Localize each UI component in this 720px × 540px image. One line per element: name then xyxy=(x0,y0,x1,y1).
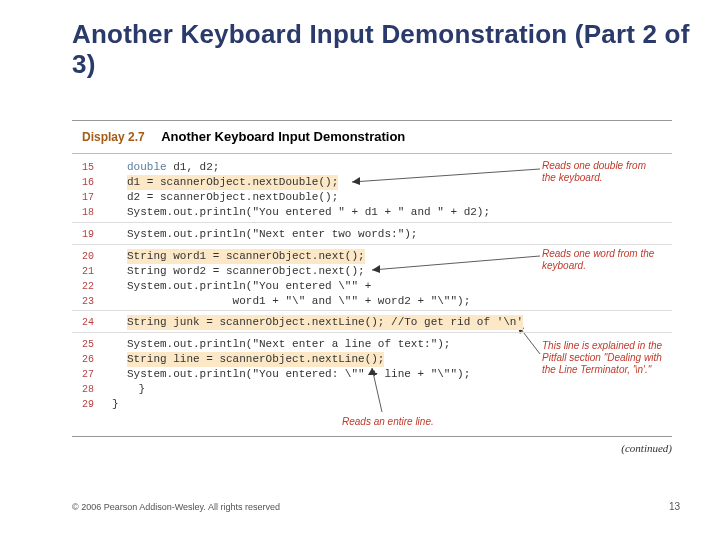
continued-label: (continued) xyxy=(621,442,672,454)
copyright-footer: © 2006 Pearson Addison-Wesley. All right… xyxy=(72,502,280,512)
code-line: String word1 = scannerObject.next(); xyxy=(127,249,365,264)
code-line: System.out.println("You entered: \"" + l… xyxy=(127,367,470,382)
display-title: Another Keyboard Input Demonstration xyxy=(161,129,405,144)
code-line: System.out.println("You entered \"" + xyxy=(127,279,371,294)
display-box: Display 2.7 Another Keyboard Input Demon… xyxy=(72,120,672,437)
code-line: word1 + "\" and \"" + word2 + "\""); xyxy=(127,294,470,309)
code-line: String word2 = scannerObject.next(); xyxy=(127,264,365,279)
svg-line-0 xyxy=(352,169,540,182)
display-label: Display 2.7 xyxy=(82,130,145,144)
code-line: d1, d2; xyxy=(167,161,220,173)
code-line: System.out.println("You entered " + d1 +… xyxy=(127,205,490,220)
code-line: d1 = scannerObject.nextDouble(); xyxy=(127,175,338,190)
code-line: } xyxy=(112,382,145,397)
code-line: System.out.println("Next enter two words… xyxy=(127,227,417,242)
page-number: 13 xyxy=(669,501,680,512)
line-number: 16 xyxy=(82,175,94,190)
code-line: d2 = scannerObject.nextDouble(); xyxy=(127,190,338,205)
code-line: String junk = scannerObject.nextLine(); … xyxy=(127,315,523,330)
line-number: 27 xyxy=(82,367,94,382)
line-number: 19 xyxy=(82,227,94,242)
code-line: System.out.println("Next enter a line of… xyxy=(127,337,450,352)
svg-line-2 xyxy=(372,256,540,270)
svg-marker-1 xyxy=(352,177,360,185)
line-number: 26 xyxy=(82,352,94,367)
line-number: 21 xyxy=(82,264,94,279)
line-number: 22 xyxy=(82,279,94,294)
line-number: 24 xyxy=(82,315,94,330)
line-number: 23 xyxy=(82,294,94,309)
keyword-double: double xyxy=(127,161,167,173)
line-number: 25 xyxy=(82,337,94,352)
code-block: Reads one double from the keyboard. Read… xyxy=(72,154,672,436)
line-number: 17 xyxy=(82,190,94,205)
line-number: 20 xyxy=(82,249,94,264)
line-number: 29 xyxy=(82,397,94,412)
line-number: 15 xyxy=(82,160,94,175)
svg-marker-3 xyxy=(372,265,380,273)
line-number: 28 xyxy=(82,382,94,397)
line-number: 18 xyxy=(82,205,94,220)
code-line: String line = scannerObject.nextLine(); xyxy=(127,352,384,367)
slide-title: Another Keyboard Input Demonstration (Pa… xyxy=(72,20,720,80)
display-header: Display 2.7 Another Keyboard Input Demon… xyxy=(72,121,672,154)
code-line: } xyxy=(112,397,119,412)
